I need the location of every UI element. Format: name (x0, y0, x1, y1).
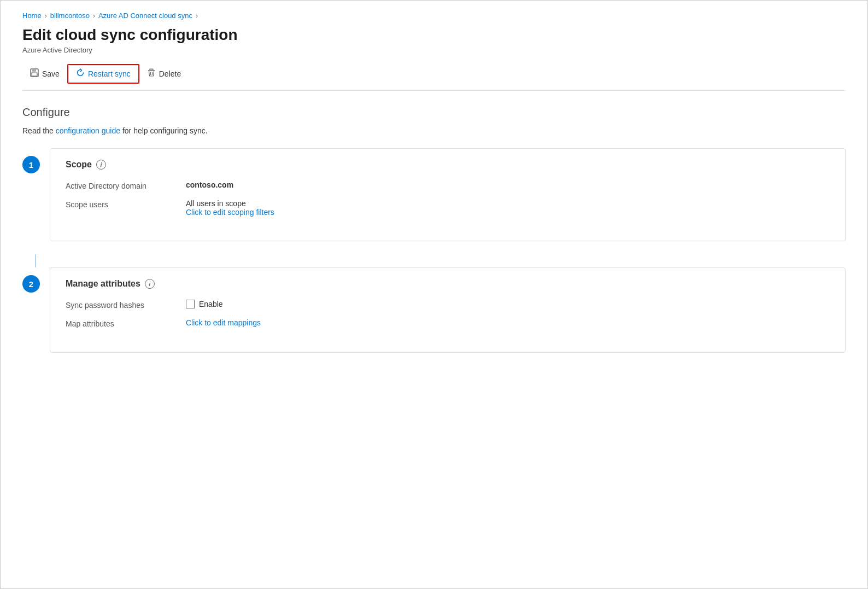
page-title: Edit cloud sync configuration (22, 26, 846, 44)
config-guide-link[interactable]: configuration guide (56, 126, 120, 135)
step-1-circle: 1 (22, 156, 40, 173)
scope-ad-domain-row: Active Directory domain contoso.com (66, 180, 830, 190)
svg-rect-2 (32, 73, 37, 76)
sync-password-hashes-value: Enable (186, 300, 830, 308)
manage-attributes-info-icon[interactable]: i (145, 279, 155, 289)
step-connector (35, 254, 36, 267)
config-intro-before: Read the (22, 126, 56, 135)
scope-users-label: Scope users (66, 199, 186, 209)
page-subtitle: Azure Active Directory (22, 46, 846, 54)
step-1-row: 1 Scope i Active Directory domain contos… (22, 148, 846, 241)
step-1-title: Scope i (66, 160, 830, 170)
config-intro-after: for help configuring sync. (120, 126, 208, 135)
scope-ad-domain-value: contoso.com (186, 180, 830, 189)
sync-password-enable-label: Enable (199, 300, 223, 308)
sync-password-checkbox-row: Enable (186, 300, 830, 308)
restart-sync-icon (76, 68, 85, 79)
save-label: Save (42, 69, 60, 78)
breadcrumb-sep-1: › (45, 12, 47, 20)
map-attributes-row: Map attributes Click to edit mappings (66, 318, 830, 328)
step-2-row: 2 Manage attributes i Sync password hash… (22, 267, 846, 353)
edit-scoping-filters-link[interactable]: Click to edit scoping filters (186, 208, 830, 217)
delete-button[interactable]: Delete (139, 65, 189, 83)
svg-rect-1 (32, 69, 36, 72)
toolbar: Save Restart sync Delete (22, 64, 846, 91)
scope-ad-domain-label: Active Directory domain (66, 180, 186, 190)
sync-password-hashes-row: Sync password hashes Enable (66, 300, 830, 310)
sync-password-checkbox[interactable] (186, 300, 195, 308)
edit-mappings-link[interactable]: Click to edit mappings (186, 318, 830, 327)
step-1-card: Scope i Active Directory domain contoso.… (50, 148, 846, 241)
scope-users-value: All users in scope Click to edit scoping… (186, 199, 830, 217)
delete-label: Delete (159, 69, 181, 78)
save-button[interactable]: Save (22, 65, 67, 83)
svg-rect-4 (148, 70, 155, 71)
page-wrapper: Home › billmcontoso › Azure AD Connect c… (0, 0, 868, 589)
configure-section-title: Configure (22, 106, 846, 119)
breadcrumb-azure-ad[interactable]: Azure AD Connect cloud sync (98, 11, 192, 20)
breadcrumb-home[interactable]: Home (22, 11, 42, 20)
breadcrumb: Home › billmcontoso › Azure AD Connect c… (22, 11, 846, 20)
breadcrumb-billmcontoso[interactable]: billmcontoso (50, 11, 90, 20)
step-2-title: Manage attributes i (66, 279, 830, 289)
svg-rect-3 (150, 69, 153, 70)
breadcrumb-sep-2: › (93, 12, 95, 20)
save-icon (30, 68, 39, 79)
config-intro: Read the configuration guide for help co… (22, 126, 846, 135)
step-2-card: Manage attributes i Sync password hashes… (50, 267, 846, 353)
scope-users-row: Scope users All users in scope Click to … (66, 199, 830, 217)
scope-info-icon[interactable]: i (96, 160, 106, 170)
restart-sync-label: Restart sync (88, 69, 131, 78)
delete-icon (147, 68, 156, 79)
sync-password-hashes-label: Sync password hashes (66, 300, 186, 310)
map-attributes-value: Click to edit mappings (186, 318, 830, 327)
map-attributes-label: Map attributes (66, 318, 186, 328)
step-2-circle: 2 (22, 275, 40, 293)
breadcrumb-sep-3: › (196, 12, 198, 20)
restart-sync-button[interactable]: Restart sync (67, 64, 139, 84)
